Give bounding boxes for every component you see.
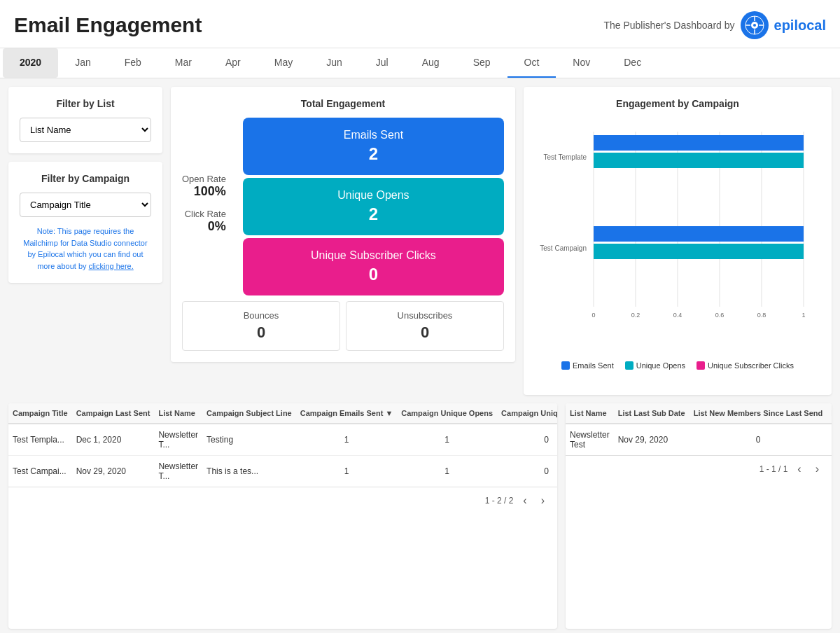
bar-campaign-unique-opens [594,244,804,259]
svg-point-2 [753,24,756,27]
svg-text:0.6: 0.6 [715,312,724,319]
col-last-sub-date: List Last Sub Date [614,403,690,424]
unsubscribes-label: Unsubscribes [355,310,495,321]
cell-campaign-title: Test Campai... [8,456,72,487]
list-next-button[interactable]: › [811,461,823,477]
list-table: List Name List Last Sub Date List New Me… [566,403,832,455]
cell-last-sub: Nov 29, 2020 [614,424,690,455]
campaign-pagination-text: 1 - 2 / 2 [485,496,514,506]
list-table-header-row: List Name List Last Sub Date List New Me… [566,403,832,424]
cell-members: 2 [827,424,832,455]
cell-unique-clicks: 0 [497,456,557,487]
col-list-name: List Name [154,403,202,424]
month-item-may[interactable]: May [258,48,309,78]
legend-label-unique-clicks: Unique Subscriber Clicks [708,361,794,370]
unique-opens-value: 2 [254,204,493,224]
list-pagination: 1 - 1 / 1 ‹ › [566,455,832,482]
month-item-mar[interactable]: Mar [158,48,209,78]
click-rate-label: Click Rate [182,209,226,219]
month-item-oct[interactable]: Oct [507,48,556,78]
epilocal-logo-icon [745,15,764,35]
col-subject-line: Campaign Subject Line [202,403,296,424]
month-item-jul[interactable]: Jul [359,48,405,78]
cell-last-sent: Dec 1, 2020 [72,424,155,456]
legend-dot-emails-sent [561,361,570,370]
filter-campaign-select[interactable]: Campaign Title [20,193,151,217]
svg-text:1: 1 [802,312,805,319]
legend-label-emails-sent: Emails Sent [573,361,614,370]
campaign-pagination: 1 - 2 / 2 ‹ › [8,487,557,514]
bounces-label: Bounces [191,310,331,321]
legend-emails-sent: Emails Sent [561,361,614,370]
campaign-table: Campaign Title Campaign Last Sent List N… [8,403,557,487]
month-item-nov[interactable]: Nov [556,48,607,78]
engagement-metrics: Open Rate 100% Click Rate 0% [182,174,232,239]
note-link[interactable]: clicking here. [89,262,134,270]
bounce-unsubscribe-row: Bounces 0 Unsubscribes 0 [182,301,504,351]
engagement-boxes: Emails Sent 2 Unique Opens 2 Unique Subs… [243,118,504,295]
month-item-apr[interactable]: Apr [209,48,258,78]
cell-list-name: Newsletter T... [154,456,202,487]
legend-label-unique-opens: Unique Opens [636,361,685,370]
bar-campaign-emails-sent [594,226,804,242]
month-item-2020[interactable]: 2020 [3,48,58,78]
unique-opens-box[interactable]: Unique Opens 2 [243,178,504,235]
filter-list-card: Filter by List List Name [8,87,162,153]
bar-template-unique-opens [594,153,804,168]
unique-opens-label: Unique Opens [254,189,493,202]
list-pagination-text: 1 - 1 / 1 [760,464,788,474]
col-campaign-title: Campaign Title [8,403,72,424]
col-list-name-h: List Name [566,403,614,424]
cell-emails-sent: 1 [296,424,398,456]
chart-area: Test Template Test Campaign 0 0.2 0.4 [535,118,820,356]
brand-area: The Publisher's Dashboard by epilocal [603,11,826,39]
campaign-prev-button[interactable]: ‹ [519,493,531,508]
click-rate-group: Click Rate 0% [182,209,226,234]
month-item-aug[interactable]: Aug [405,48,456,78]
filter-campaign-card: Filter by Campaign Campaign Title Note: … [8,162,162,283]
chart-legend: Emails Sent Unique Opens Unique Subscrib… [535,361,820,370]
month-navigation: 2020 Jan Feb Mar Apr May Jun Jul Aug Sep… [0,48,840,78]
y-label-test-template: Test Template [543,153,587,161]
chart-title: Engagement by Campaign [535,98,820,109]
filter-list-select[interactable]: List Name [20,118,151,142]
chart-panel: Engagement by Campaign Test Template Tes… [524,87,832,395]
bounces-value: 0 [191,324,331,342]
month-item-dec[interactable]: Dec [607,48,658,78]
unique-clicks-label: Unique Subscriber Clicks [254,249,493,262]
campaign-table-header-row: Campaign Title Campaign Last Sent List N… [8,403,557,424]
tables-area: Campaign Title Campaign Last Sent List N… [8,403,832,629]
legend-dot-unique-opens [625,361,634,370]
filter-list-title: Filter by List [20,98,151,109]
emails-sent-box[interactable]: Emails Sent 2 [243,118,504,175]
unique-clicks-box[interactable]: Unique Subscriber Clicks 0 [243,238,504,295]
brand-logo [741,11,769,39]
campaign-next-button[interactable]: › [537,493,549,508]
cell-emails-sent: 1 [296,456,398,487]
page-title: Email Engagement [14,13,202,37]
col-emails-sent[interactable]: Campaign Emails Sent ▼ [296,403,398,424]
month-item-feb[interactable]: Feb [108,48,158,78]
month-item-sep[interactable]: Sep [456,48,507,78]
list-row: Newsletter Test Nov 29, 2020 0 2 [566,424,832,455]
campaign-table-body: Test Templa... Dec 1, 2020 Newsletter T.… [8,424,557,487]
svg-text:0.8: 0.8 [757,312,766,319]
header: Email Engagement The Publisher's Dashboa… [0,0,840,48]
col-unique-clicks: Campaign Unique Clicks [497,403,557,424]
col-list-members[interactable]: List Members ▼ [827,403,832,424]
brand-name: epilocal [774,18,826,34]
legend-unique-opens: Unique Opens [625,361,685,370]
svg-text:0.2: 0.2 [631,312,640,319]
list-prev-button[interactable]: ‹ [793,461,805,477]
col-new-members: List New Members Since Last Send [690,403,827,424]
cell-last-sent: Nov 29, 2020 [72,456,155,487]
col-campaign-last-sent: Campaign Last Sent [72,403,155,424]
unique-clicks-value: 0 [254,265,493,284]
cell-list-name: Newsletter T... [154,424,202,456]
cell-list-name: Newsletter Test [566,424,614,455]
unsubscribes-box: Unsubscribes 0 [346,301,504,351]
bar-chart-svg: Test Template Test Campaign 0 0.2 0.4 [535,118,820,335]
month-item-jun[interactable]: Jun [309,48,359,78]
emails-sent-label: Emails Sent [254,129,493,141]
month-item-jan[interactable]: Jan [58,48,108,78]
